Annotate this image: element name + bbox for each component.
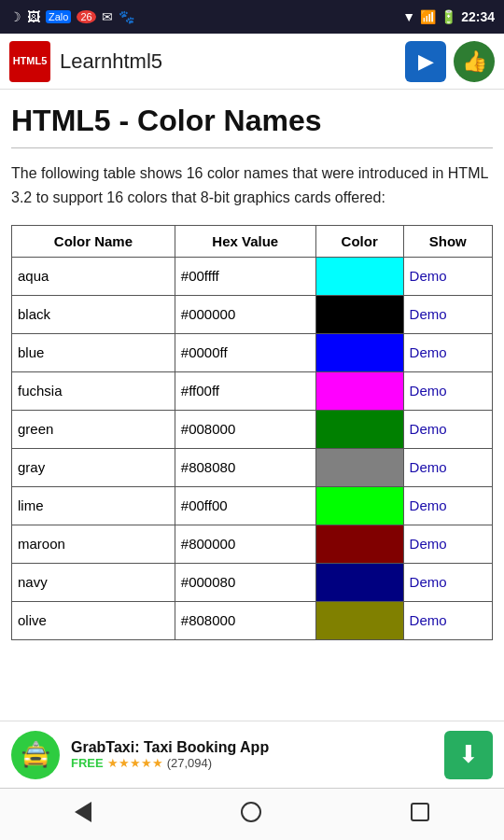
table-row: blue#0000ffDemo: [12, 333, 493, 371]
demo-link-cell[interactable]: Demo: [403, 371, 492, 410]
nav-bar: [0, 788, 504, 840]
demo-link-cell[interactable]: Demo: [403, 333, 492, 371]
page-title: HTML5 - Color Names: [11, 103, 493, 138]
ad-icon: 🚖: [11, 731, 60, 779]
app-bar: HTML 5 Learnhtml5 ▶ 👍: [0, 34, 504, 90]
demo-link-cell[interactable]: Demo: [403, 448, 492, 486]
demo-link-cell[interactable]: Demo: [403, 295, 492, 333]
recent-icon: [411, 803, 429, 821]
demo-link-cell[interactable]: Demo: [403, 410, 492, 448]
signal-icon: 📶: [420, 9, 436, 24]
color-swatch-inner: [316, 334, 403, 371]
table-row: green#008000Demo: [12, 410, 493, 448]
nav-home-button[interactable]: [241, 802, 261, 828]
hex-value-cell: #ff00ff: [175, 371, 315, 410]
color-name-cell: fuchsia: [12, 371, 175, 410]
color-swatch-cell: [315, 525, 403, 563]
color-swatch-inner: [316, 411, 403, 448]
table-row: navy#000080Demo: [12, 563, 493, 601]
thumbup-button[interactable]: 👍: [454, 41, 495, 82]
description-text: The following table shows 16 color names…: [11, 161, 493, 209]
color-swatch-cell: [315, 448, 403, 486]
hex-value-cell: #000080: [175, 563, 315, 601]
table-row: gray#808080Demo: [12, 448, 493, 486]
color-swatch-inner: [316, 602, 403, 639]
color-swatch-inner: [316, 487, 403, 525]
demo-link[interactable]: Demo: [410, 612, 447, 628]
status-bar-left: ☽ 🖼 Zalo 26 ✉ 🐾: [9, 9, 134, 24]
color-name-cell: olive: [12, 601, 175, 639]
app-bar-left: HTML 5 Learnhtml5: [9, 41, 162, 82]
color-swatch-inner: [316, 296, 403, 333]
battery-icon: 🔋: [441, 9, 456, 24]
demo-link[interactable]: Demo: [410, 574, 447, 590]
hex-value-cell: #0000ff: [175, 333, 315, 371]
color-swatch-inner: [316, 372, 403, 410]
col-header-show: Show: [403, 225, 492, 257]
table-row: lime#00ff00Demo: [12, 486, 493, 525]
demo-link[interactable]: Demo: [410, 383, 447, 399]
nav-back-button[interactable]: [75, 802, 91, 828]
demo-link[interactable]: Demo: [410, 344, 447, 360]
color-swatch-cell: [315, 333, 403, 371]
demo-link-cell[interactable]: Demo: [403, 601, 492, 639]
ad-stars: ★★★★★: [107, 756, 163, 770]
logo-html: HTML: [13, 55, 42, 67]
color-swatch-inner: [316, 564, 403, 601]
table-row: maroon#800000Demo: [12, 525, 493, 563]
color-name-cell: gray: [12, 448, 175, 486]
status-bar: ☽ 🖼 Zalo 26 ✉ 🐾 ▼ 📶 🔋 22:34: [0, 0, 504, 34]
ad-title: GrabTaxi: Taxi Booking App: [71, 739, 433, 756]
color-swatch-cell: [315, 486, 403, 525]
moon-icon: ☽: [9, 9, 21, 24]
demo-link[interactable]: Demo: [410, 536, 447, 552]
col-header-color: Color: [315, 225, 403, 257]
table-row: black#000000Demo: [12, 295, 493, 333]
demo-link[interactable]: Demo: [410, 497, 447, 513]
app-bar-buttons: ▶ 👍: [405, 41, 495, 82]
color-swatch-inner: [316, 525, 403, 563]
time-display: 22:34: [461, 9, 495, 24]
col-header-name: Color Name: [12, 225, 175, 257]
color-name-cell: aqua: [12, 257, 175, 295]
color-names-table: Color Name Hex Value Color Show aqua#00f…: [11, 225, 493, 640]
color-name-cell: blue: [12, 333, 175, 371]
demo-link[interactable]: Demo: [410, 306, 447, 322]
color-name-cell: maroon: [12, 525, 175, 563]
color-swatch-inner: [316, 449, 403, 486]
back-icon: [75, 802, 91, 822]
demo-link[interactable]: Demo: [410, 459, 447, 475]
demo-link[interactable]: Demo: [410, 268, 447, 284]
ad-text: GrabTaxi: Taxi Booking App FREE ★★★★★ (2…: [71, 739, 433, 770]
wifi-icon: ▼: [402, 9, 415, 24]
play-button[interactable]: ▶: [405, 41, 446, 82]
demo-link-cell[interactable]: Demo: [403, 563, 492, 601]
color-swatch-cell: [315, 563, 403, 601]
color-swatch-inner: [316, 258, 403, 295]
main-content: HTML5 - Color Names The following table …: [0, 90, 504, 640]
demo-link[interactable]: Demo: [410, 421, 447, 437]
hex-value-cell: #800000: [175, 525, 315, 563]
hex-value-cell: #000000: [175, 295, 315, 333]
color-swatch-cell: [315, 257, 403, 295]
demo-link-cell[interactable]: Demo: [403, 486, 492, 525]
app-logo: HTML 5: [9, 41, 50, 82]
color-name-cell: black: [12, 295, 175, 333]
hex-value-cell: #808080: [175, 448, 315, 486]
ad-banner[interactable]: 🚖 GrabTaxi: Taxi Booking App FREE ★★★★★ …: [0, 721, 504, 788]
col-header-hex: Hex Value: [175, 225, 315, 257]
nav-recent-button[interactable]: [411, 803, 429, 827]
demo-link-cell[interactable]: Demo: [403, 257, 492, 295]
color-swatch-cell: [315, 601, 403, 639]
title-divider: [11, 147, 493, 148]
badge-26: 26: [77, 10, 95, 23]
app-title: Learnhtml5: [60, 49, 162, 74]
ad-download-button[interactable]: ⬇: [444, 731, 493, 779]
color-swatch-cell: [315, 295, 403, 333]
hex-value-cell: #00ffff: [175, 257, 315, 295]
hex-value-cell: #808000: [175, 601, 315, 639]
color-name-cell: lime: [12, 486, 175, 525]
table-row: fuchsia#ff00ffDemo: [12, 371, 493, 410]
demo-link-cell[interactable]: Demo: [403, 525, 492, 563]
logo-5: 5: [41, 55, 47, 67]
